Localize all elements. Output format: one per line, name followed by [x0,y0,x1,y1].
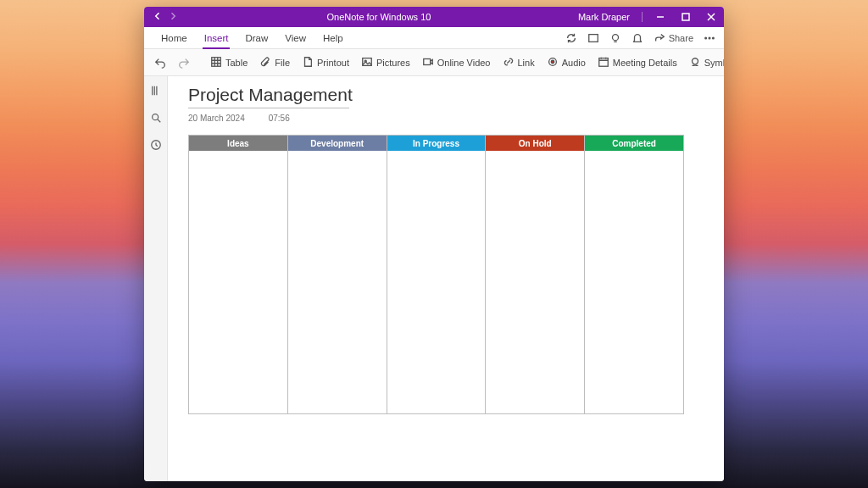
forward-icon[interactable] [168,11,178,23]
column-completed: Completed [584,136,683,413]
page-time: 07:56 [269,114,290,123]
column-body[interactable] [189,151,287,413]
svg-rect-7 [363,58,372,65]
online-video-button[interactable]: Online Video [419,56,494,69]
column-ideas: Ideas [189,136,287,413]
svg-point-5 [713,37,715,39]
printout-button[interactable]: Printout [298,56,353,69]
table-icon [210,56,222,69]
picture-icon [361,56,373,69]
column-body[interactable] [288,151,387,413]
close-button[interactable] [698,7,724,27]
svg-point-3 [705,37,707,39]
bell-icon[interactable] [632,32,643,44]
column-body[interactable] [486,151,584,413]
bulb-icon[interactable] [609,32,621,44]
maximize-button[interactable] [673,7,698,27]
left-sidebar [144,76,168,481]
page-title[interactable]: Project Management [188,85,704,105]
svg-point-2 [612,34,618,40]
titlebar: OneNote for Windows 10 Mark Draper [144,7,724,27]
svg-rect-0 [682,14,689,20]
meeting-details-button[interactable]: Meeting Details [594,56,681,69]
page-icon [302,56,314,69]
file-button[interactable]: File [256,56,293,69]
column-on-hold: On Hold [485,136,584,413]
tab-help[interactable]: Help [314,27,352,48]
svg-rect-9 [423,58,430,64]
user-name[interactable]: Mark Draper [571,12,637,22]
column-in-progress: In Progress [387,136,486,413]
redo-button[interactable] [175,57,193,69]
symbol-button[interactable]: Symbol [686,56,724,69]
tab-insert[interactable]: Insert [196,27,237,48]
column-header[interactable]: On Hold [486,136,584,151]
recent-icon[interactable] [150,139,162,154]
more-icon[interactable] [704,32,715,44]
printout-label: Printout [317,58,349,68]
page-canvas[interactable]: Project Management 20 March 2024 07:56 I… [168,76,724,481]
fullscreen-icon[interactable] [587,32,599,44]
meeting-details-label: Meeting Details [613,58,677,68]
column-development: Development [287,136,387,413]
svg-rect-1 [588,34,598,42]
tab-home[interactable]: Home [153,27,196,48]
symbol-label: Symbol [704,58,724,68]
link-icon [503,56,515,69]
ribbon-toolbar: Table File Printout Pictures Online Vide… [144,49,724,76]
tab-draw[interactable]: Draw [236,27,276,48]
svg-rect-6 [212,57,221,66]
paperclip-icon [259,56,271,69]
page-date: 20 March 2024 [188,114,245,123]
tab-view[interactable]: View [276,27,314,48]
title-underline [188,108,349,108]
table-button[interactable]: Table [207,56,251,69]
file-label: File [275,58,290,68]
ribbon-tabs: Home Insert Draw View Help Share [144,27,724,49]
audio-icon [547,56,559,69]
minimize-button[interactable] [648,7,673,27]
audio-label: Audio [562,58,586,68]
share-button[interactable]: Share [654,32,693,44]
column-header[interactable]: In Progress [387,136,486,151]
calendar-icon [598,56,609,69]
column-header[interactable]: Completed [585,136,683,151]
column-body[interactable] [387,151,486,413]
kanban-table[interactable]: Ideas Development In Progress On Hold Co… [188,135,684,414]
online-video-label: Online Video [437,58,491,68]
table-label: Table [225,58,248,68]
svg-point-4 [709,37,710,39]
search-icon[interactable] [150,112,162,127]
app-title: OneNote for Windows 10 [186,12,571,22]
video-icon [422,56,434,69]
onenote-window: OneNote for Windows 10 Mark Draper Home … [144,7,724,481]
notebooks-icon[interactable] [150,85,162,100]
svg-rect-12 [599,58,609,66]
share-label: Share [669,33,693,43]
back-icon[interactable] [153,11,163,23]
svg-point-13 [152,114,158,120]
link-label: Link [518,58,535,68]
column-header[interactable]: Development [288,136,387,151]
column-body[interactable] [585,151,683,413]
audio-button[interactable]: Audio [543,56,589,69]
sync-icon[interactable] [565,32,577,44]
pictures-label: Pictures [376,58,410,68]
svg-point-11 [551,60,554,64]
link-button[interactable]: Link [499,56,538,69]
undo-button[interactable] [151,57,170,69]
column-header[interactable]: Ideas [189,136,287,151]
pictures-button[interactable]: Pictures [358,56,414,69]
omega-icon [689,56,701,69]
